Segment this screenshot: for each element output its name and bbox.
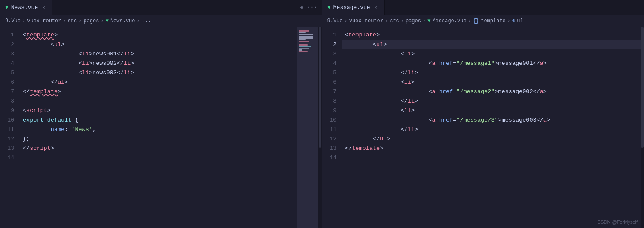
code-line: </template> xyxy=(342,144,641,153)
code-line: <a href="/message1">message001</a> xyxy=(342,59,641,68)
code-line: </li> xyxy=(342,125,641,134)
watermark: CSDN @ForMyself. xyxy=(597,219,639,225)
code-lines-left[interactable]: <template> <ul> <li>news001</li> <li>new… xyxy=(19,27,297,228)
tab-news-vue[interactable]: ▼ News.vue × xyxy=(0,0,52,15)
editor-pane-left: 1234567891011121314 <template> <ul> <li>… xyxy=(0,27,322,228)
bc-l-3: src xyxy=(68,18,77,24)
line-numbers-right: 1234567891011121314 xyxy=(322,27,342,228)
line-number: 1 xyxy=(0,30,14,40)
code-line: <template> xyxy=(342,30,641,40)
line-number: 3 xyxy=(0,49,14,59)
code-line: </template> xyxy=(19,87,297,97)
line-number: 11 xyxy=(322,125,336,134)
bc-r-4: pages xyxy=(406,18,421,24)
tab-news-label: News.vue xyxy=(11,4,38,11)
bc-r-5: Message.vue xyxy=(432,18,466,24)
split-icon[interactable]: ⊞ xyxy=(299,4,303,11)
line-number: 7 xyxy=(322,87,336,97)
code-line: </ul> xyxy=(342,134,641,144)
line-number: 1 xyxy=(322,30,336,40)
line-number: 9 xyxy=(0,106,14,116)
line-number: 12 xyxy=(322,134,336,144)
line-number: 5 xyxy=(0,68,14,78)
code-line: <a href="/message2">message002</a> xyxy=(342,87,641,97)
line-number: 4 xyxy=(322,59,336,68)
line-number: 4 xyxy=(0,59,14,68)
code-lines-right[interactable]: <template> <ul> <li> <a href="/message1"… xyxy=(342,27,641,228)
bc-r-ul: ul xyxy=(517,18,523,24)
tab-bar: ▼ News.vue × ⊞ ··· ▼ Message.vue × xyxy=(0,0,644,15)
tab-message-label: Message.vue xyxy=(333,4,370,11)
code-line: </ul> xyxy=(19,78,297,87)
bc-l-5: News.vue xyxy=(110,18,135,24)
line-number: 13 xyxy=(322,144,336,153)
line-number: 6 xyxy=(322,78,336,87)
breadcrumb-bar: 9.Vue › vuex_router › src › pages › ▼ Ne… xyxy=(0,15,644,27)
line-number: 11 xyxy=(0,125,14,134)
line-number: 8 xyxy=(0,97,14,106)
code-line xyxy=(342,153,641,163)
editor-pane-right: 1234567891011121314 <template> <ul> <li>… xyxy=(322,27,644,228)
line-number: 12 xyxy=(0,134,14,144)
tab-message-vue[interactable]: ▼ Message.vue × xyxy=(322,0,385,15)
line-number: 2 xyxy=(322,40,336,49)
code-line: <li>news003</li> xyxy=(19,68,297,78)
line-number: 13 xyxy=(0,144,14,153)
bc-r-template: template xyxy=(481,18,506,24)
code-line: <a href="/message/3">message003</a> xyxy=(342,116,641,125)
code-line: </script> xyxy=(19,144,297,153)
code-line: <li>news001</li> xyxy=(19,49,297,59)
code-line xyxy=(19,97,297,106)
code-line: <script> xyxy=(19,106,297,116)
line-number: 7 xyxy=(0,87,14,97)
line-number: 10 xyxy=(0,116,14,125)
bc-l-2: vuex_router xyxy=(27,18,61,24)
bc-r-3: src xyxy=(390,18,399,24)
line-number: 2 xyxy=(0,40,14,49)
editors: 1234567891011121314 <template> <ul> <li>… xyxy=(0,27,644,228)
line-number: 6 xyxy=(0,78,14,87)
bc-r-1: 9.Vue xyxy=(327,18,343,24)
line-number: 14 xyxy=(0,153,14,163)
vue-icon-right: ▼ xyxy=(327,4,331,11)
line-number: 14 xyxy=(322,153,336,163)
code-line: </li> xyxy=(342,68,641,78)
code-line: </li> xyxy=(342,97,641,106)
line-numbers-left: 1234567891011121314 xyxy=(0,27,19,228)
vue-icon: ▼ xyxy=(5,4,9,11)
code-line: <li> xyxy=(342,106,641,116)
code-line: }; xyxy=(19,134,297,144)
bc-l-1: 9.Vue xyxy=(5,18,21,24)
tab-close-news[interactable]: × xyxy=(40,4,47,11)
code-line: <ul> xyxy=(19,40,297,49)
bc-r-2: vuex_router xyxy=(349,18,383,24)
line-number: 8 xyxy=(322,97,336,106)
code-line: name: 'News', xyxy=(19,125,297,134)
line-number: 10 xyxy=(322,116,336,125)
code-line: <template> xyxy=(19,30,297,40)
tab-bar-actions-left: ⊞ ··· xyxy=(295,0,322,15)
code-line: <li> xyxy=(342,49,641,59)
line-number: 9 xyxy=(322,106,336,116)
code-line: <ul> xyxy=(342,40,641,49)
more-icon[interactable]: ··· xyxy=(307,4,317,11)
code-line: export default { xyxy=(19,116,297,125)
tab-close-message[interactable]: × xyxy=(373,4,379,11)
line-number: 3 xyxy=(322,49,336,59)
line-number: 5 xyxy=(322,68,336,78)
bc-l-6: ... xyxy=(142,18,151,24)
breadcrumb-right: 9.Vue › vuex_router › src › pages › ▼ Me… xyxy=(322,15,644,27)
code-line xyxy=(19,153,297,163)
code-line: <li>news002</li> xyxy=(19,59,297,68)
minimap-left xyxy=(297,27,318,228)
code-line: <li> xyxy=(342,78,641,87)
breadcrumb-left: 9.Vue › vuex_router › src › pages › ▼ Ne… xyxy=(0,15,322,27)
bc-l-4: pages xyxy=(83,18,99,24)
